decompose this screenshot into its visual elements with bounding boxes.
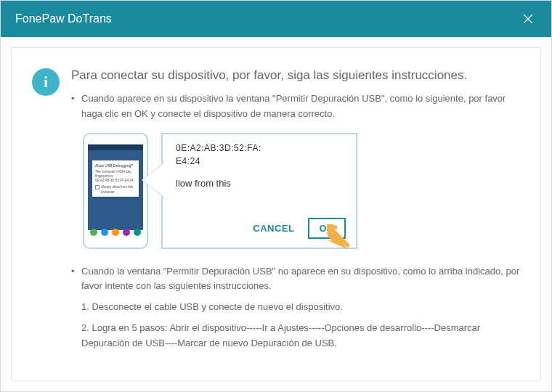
app-window: FonePaw DoTrans i Para conectar su dispo… <box>0 0 552 392</box>
step-2: 2. Logra en 5 pasos: Abrir el dispositiv… <box>81 321 520 351</box>
phone-dialog-title: Allow USB Debugging? <box>95 163 136 168</box>
instructions-main: Para conectar su dispositivo, por favor,… <box>71 68 520 366</box>
phone-dialog-body: The computer's RSA key fingerprint is: <box>95 170 136 179</box>
zoom-panel: 0E:A2:AB:3D:52:FA: E4:24 llow from this … <box>161 133 357 249</box>
close-button[interactable] <box>519 10 537 28</box>
step-1: 1. Desconecte el cable USB y conecte de … <box>81 300 520 315</box>
panel-allow-text: llow from this <box>176 178 346 189</box>
info-icon-glyph: i <box>44 74 48 91</box>
panel-mac-line1: 0E:A2:AB:3D:52:FA: <box>176 142 346 155</box>
content-panel: i Para conectar su dispositivo, por favo… <box>11 47 541 381</box>
cancel-button[interactable]: CANCEL <box>253 223 294 234</box>
phone-usb-dialog: Allow USB Debugging? The computer's RSA … <box>92 160 139 197</box>
window-title: FonePaw DoTrans <box>15 12 112 25</box>
instruction-bullet-1: Cuando aparece en su dispositivo la vent… <box>71 91 520 122</box>
illustration: Allow USB Debugging? The computer's RSA … <box>83 129 520 253</box>
phone-screen: Allow USB Debugging? The computer's RSA … <box>88 144 143 230</box>
panel-button-row: CANCEL OK <box>253 218 346 239</box>
phone-dock <box>89 229 142 236</box>
instruction-bullet-2: Cuando la ventana "Permitir Depuración U… <box>71 264 520 295</box>
phone-statusbar <box>88 144 143 150</box>
phone-mockup: Allow USB Debugging? The computer's RSA … <box>83 133 148 249</box>
dock-icon-5 <box>134 229 141 236</box>
dock-icon-1 <box>90 229 97 236</box>
info-icon: i <box>32 68 60 96</box>
ok-button-label: OK <box>320 223 335 234</box>
titlebar: FonePaw DoTrans <box>1 1 551 37</box>
dock-icon-3 <box>112 229 119 236</box>
dock-icon-4 <box>123 229 130 236</box>
dock-icon-2 <box>101 229 108 236</box>
close-icon <box>522 13 534 25</box>
instructions-heading: Para conectar su dispositivo, por favor,… <box>71 68 520 83</box>
phone-dialog-mac: 0E:A2:AB:3D:52:FA:E4:24 <box>95 179 136 183</box>
phone-dialog-checkbox: Always allow from this computer <box>95 185 136 195</box>
panel-mac-line2: E4:24 <box>176 155 346 168</box>
callout-pointer <box>142 162 166 198</box>
ok-button[interactable]: OK <box>308 218 346 239</box>
